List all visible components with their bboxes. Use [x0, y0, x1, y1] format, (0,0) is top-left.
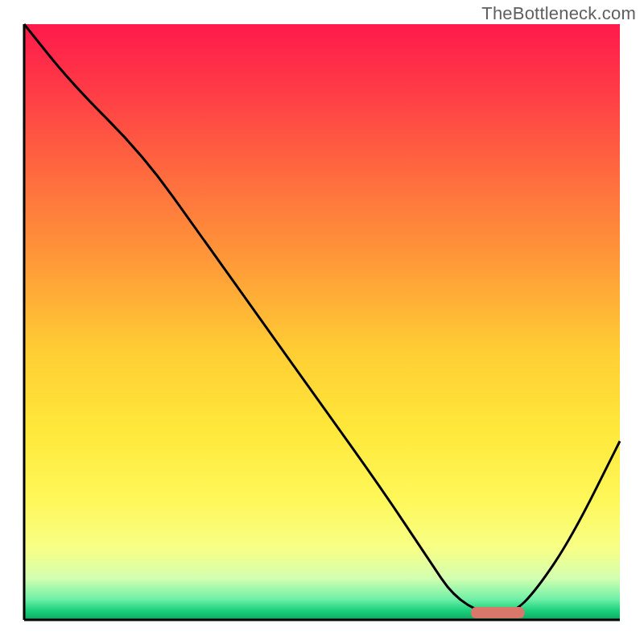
optimum-band-marker [471, 607, 525, 618]
plot-background [24, 24, 620, 620]
watermark-text: TheBottleneck.com [481, 3, 636, 24]
bottleneck-chart: TheBottleneck.com [0, 0, 644, 644]
chart-svg [0, 0, 644, 644]
